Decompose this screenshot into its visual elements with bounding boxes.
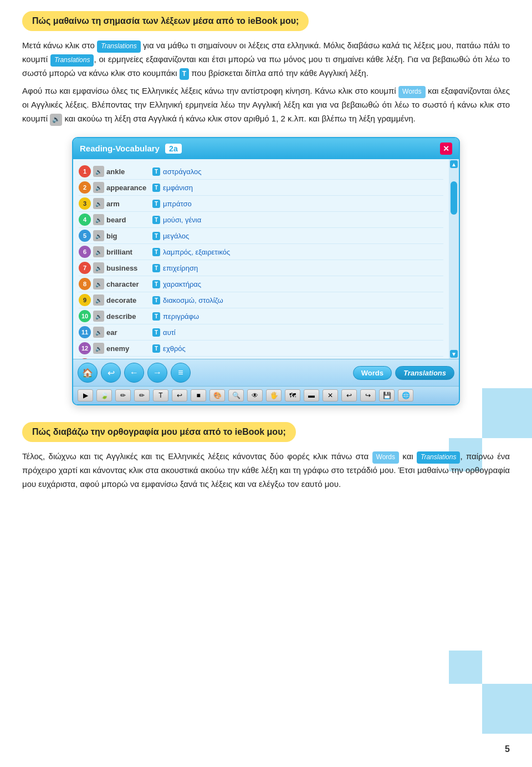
status-pencil1-btn[interactable]: ✏	[115, 389, 131, 402]
row-audio-icon[interactable]: 🔊	[93, 294, 104, 306]
row-translation: περιγράφω	[163, 311, 199, 322]
section1-header: Πώς μαθαίνω τη σημασία των λέξεων μέσα α…	[22, 11, 309, 31]
section2-header: Πώς διαβάζω την ορθογραφία μου μέσα από …	[22, 422, 296, 442]
row-t-button[interactable]: T	[152, 184, 160, 192]
row-word: arm	[106, 199, 151, 210]
status-leaf-btn[interactable]: 🍃	[96, 389, 112, 402]
status-t-btn[interactable]: T	[153, 389, 168, 402]
row-audio-icon[interactable]: 🔊	[93, 327, 104, 338]
page-number: 5	[505, 743, 510, 756]
status-hand-btn[interactable]: 🖐	[266, 389, 282, 402]
translations-badge-inline1: Translations	[97, 40, 140, 53]
status-save-btn[interactable]: 💾	[379, 389, 395, 402]
app-titlebar: Reading-Vocabulary 2a ✕	[73, 138, 459, 160]
row-word: beard	[106, 215, 151, 226]
scrollbar[interactable]: ▲ ▼	[449, 159, 459, 359]
scroll-down-arrow[interactable]: ▼	[450, 350, 458, 358]
section2: Πώς διαβάζω την ορθογραφία μου μέσα από …	[22, 422, 510, 491]
vocab-row: 7 🔊 business T επιχείρηση	[79, 260, 443, 276]
row-t-button[interactable]: T	[152, 200, 160, 208]
row-audio-icon[interactable]: 🔊	[93, 278, 104, 289]
vocab-row: 9 🔊 decorate T διακοσμώ, στολίζω	[79, 292, 443, 308]
status-redo-btn[interactable]: ↪	[360, 389, 376, 402]
row-word: brilliant	[106, 247, 151, 258]
row-audio-icon[interactable]: 🔊	[93, 214, 104, 225]
row-audio-icon[interactable]: 🔊	[93, 166, 104, 177]
app-window: Reading-Vocabulary 2a ✕ 1 🔊 ankle T αστρ…	[72, 137, 460, 406]
row-word: ankle	[106, 166, 151, 177]
row-number: 6	[79, 246, 91, 258]
row-word: appearance	[106, 182, 151, 194]
vocab-list: 1 🔊 ankle T αστράγαλος 2 🔊 appearance T …	[73, 159, 449, 359]
row-number: 7	[79, 262, 91, 274]
row-word: decorate	[106, 295, 151, 306]
status-line-btn[interactable]: ▬	[304, 389, 319, 402]
status-search-btn[interactable]: 🔍	[228, 389, 244, 402]
row-audio-icon[interactable]: 🔊	[93, 262, 104, 273]
audio-icon-inline: 🔊	[50, 114, 62, 126]
row-audio-icon[interactable]: 🔊	[93, 343, 104, 354]
row-number: 5	[79, 230, 91, 242]
row-t-button[interactable]: T	[152, 296, 160, 304]
row-t-button[interactable]: T	[152, 312, 160, 321]
row-number: 9	[79, 294, 91, 306]
words-badge-inline: Words	[398, 86, 425, 98]
section1-paragraph2: Αφού πω και εμφανίσω όλες τις Ελληνικές …	[22, 84, 510, 125]
translations-badge2: Translations	[417, 451, 460, 464]
app-toolbar: 🏠 ↩ ← → ≡ Words Translations	[73, 359, 459, 386]
row-audio-icon[interactable]: 🔊	[93, 311, 104, 322]
scroll-up-arrow[interactable]: ▲	[450, 160, 458, 168]
app-close-button[interactable]: ✕	[440, 143, 452, 155]
vocab-row: 12 🔊 enemy T εχθρός	[79, 341, 443, 357]
toolbar-undo-button[interactable]: ↩	[101, 363, 121, 383]
vocab-row: 2 🔊 appearance T εμφάνιση	[79, 180, 443, 196]
row-t-button[interactable]: T	[152, 232, 160, 240]
vocab-row: 5 🔊 big T μεγάλος	[79, 228, 443, 244]
row-t-button[interactable]: T	[152, 248, 160, 256]
row-audio-icon[interactable]: 🔊	[93, 246, 104, 257]
status-eye-btn[interactable]: 👁	[247, 389, 263, 402]
status-paint-btn[interactable]: 🎨	[209, 389, 225, 402]
row-t-button[interactable]: T	[152, 216, 160, 224]
scrollbar-thumb[interactable]	[451, 181, 457, 215]
row-number: 4	[79, 214, 91, 226]
app-body: 1 🔊 ankle T αστράγαλος 2 🔊 appearance T …	[73, 159, 459, 359]
row-t-button[interactable]: T	[152, 264, 160, 272]
status-play-btn[interactable]: ▶	[78, 389, 93, 402]
row-word: enemy	[106, 343, 151, 354]
app-statusbar: ▶ 🍃 ✏ ✏ T ↩ ■ 🎨 🔍 👁 🖐 🗺 ▬ ✕ ↩ ↪ 💾 🌐	[73, 386, 459, 404]
vocab-row: 10 🔊 describe T περιγράφω	[79, 308, 443, 324]
deco-square-3	[482, 684, 532, 734]
row-word: describe	[106, 311, 151, 322]
translations-button[interactable]: Translations	[395, 366, 454, 380]
status-undo-btn[interactable]: ↩	[172, 389, 187, 402]
row-t-button[interactable]: T	[152, 167, 160, 176]
vocab-row: 13 🔊 engineer T μηχανικός, μηχανολόγος	[79, 357, 443, 359]
vocab-row: 1 🔊 ankle T αστράγαλος	[79, 164, 443, 180]
vocab-row: 8 🔊 character T χαρακτήρας	[79, 276, 443, 292]
row-t-button[interactable]: T	[152, 328, 160, 337]
vocab-row: 4 🔊 beard T μούσι, γένια	[79, 212, 443, 228]
row-t-button[interactable]: T	[152, 344, 160, 353]
status-x-btn[interactable]: ✕	[323, 389, 338, 402]
status-pencil2-btn[interactable]: ✏	[134, 389, 150, 402]
toolbar-back-button[interactable]: ←	[124, 363, 144, 383]
status-undo2-btn[interactable]: ↩	[341, 389, 357, 402]
row-translation: αυτί	[163, 327, 176, 338]
section1-paragraph1: Μετά κάνω κλικ στο Translations για να μ…	[22, 39, 510, 80]
row-word: big	[106, 231, 151, 242]
toolbar-home-button[interactable]: 🏠	[78, 363, 98, 383]
toolbar-forward-button[interactable]: →	[147, 363, 167, 383]
toolbar-menu-button[interactable]: ≡	[171, 363, 191, 383]
words-button[interactable]: Words	[353, 366, 392, 380]
row-t-button[interactable]: T	[152, 280, 160, 288]
status-map-btn[interactable]: 🗺	[285, 389, 300, 402]
row-translation: χαρακτήρας	[163, 279, 201, 290]
row-translation: εμφάνιση	[163, 182, 193, 194]
status-square-btn[interactable]: ■	[191, 389, 206, 402]
unit-badge: 2a	[165, 144, 182, 154]
status-globe-btn[interactable]: 🌐	[398, 389, 413, 402]
row-audio-icon[interactable]: 🔊	[93, 230, 104, 241]
row-audio-icon[interactable]: 🔊	[93, 182, 104, 193]
row-audio-icon[interactable]: 🔊	[93, 198, 104, 209]
